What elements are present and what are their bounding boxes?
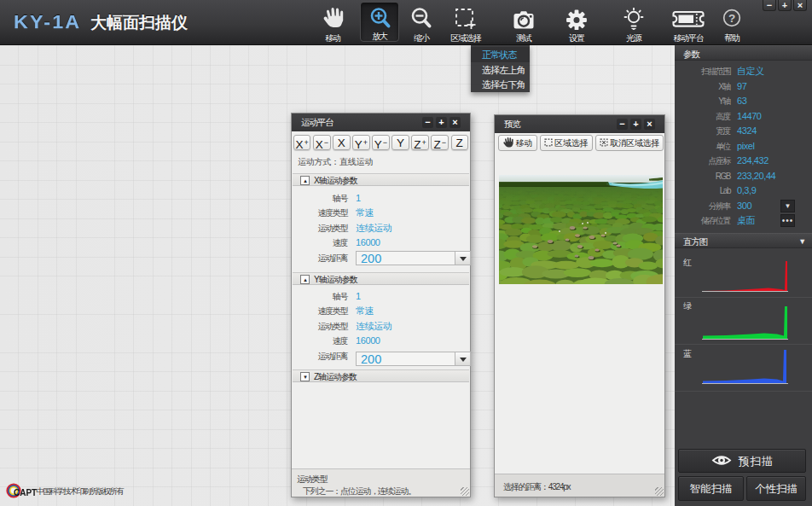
- svg-text:?: ?: [728, 12, 735, 25]
